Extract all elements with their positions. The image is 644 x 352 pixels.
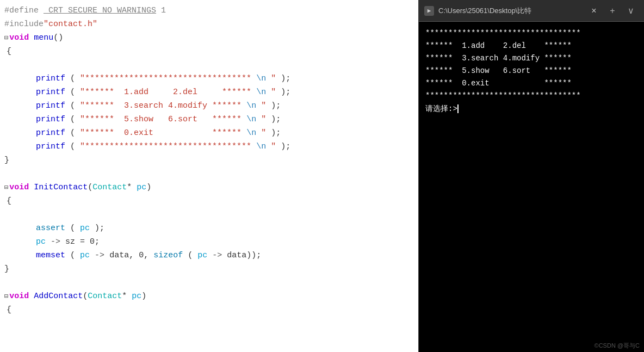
code-text: #define _CRT_SECURE_NO_WARNINGS 1 — [4, 4, 166, 17]
code-text: \n — [246, 128, 256, 138]
code-text: "****** 0.exit ****** — [80, 128, 242, 138]
code-text: "********************************** — [80, 142, 251, 151]
code-text: sz = 0; — [65, 237, 100, 246]
code-type: Contact — [88, 290, 122, 303]
code-text: ( — [70, 74, 75, 83]
code-text: printf — [36, 88, 65, 97]
code-text: " — [271, 88, 276, 97]
fold-marker[interactable]: ⊟ — [4, 33, 8, 44]
code-text: pc — [80, 251, 90, 260]
code-content: #define _CRT_SECURE_NO_WARNINGS 1 #inclu… — [0, 0, 418, 322]
code-text: { — [7, 195, 11, 208]
fold-marker[interactable]: ⊟ — [4, 292, 8, 302]
code-line: { — [0, 195, 418, 208]
code-line: #define _CRT_SECURE_NO_WARNINGS 1 — [0, 4, 418, 18]
code-text: " — [261, 115, 266, 124]
code-line: printf ( "******************************… — [0, 72, 418, 86]
terminal-add-button[interactable]: + — [605, 4, 620, 17]
terminal-output-line: ****** 3.search 4.modify ****** — [425, 52, 637, 65]
code-text: ( — [70, 224, 75, 233]
watermark: ©CSDN @哥与C — [595, 342, 640, 350]
code-text: printf — [36, 115, 65, 124]
code-text: sizeof — [153, 251, 183, 260]
code-line — [0, 276, 418, 290]
code-text: \n — [246, 101, 256, 110]
code-text: -> — [212, 251, 222, 260]
code-text: assert — [36, 224, 65, 233]
code-text: printf — [36, 74, 65, 83]
code-text: printf — [36, 142, 65, 151]
code-line: ⊟ void InitContact ( Contact * pc ) — [0, 181, 418, 195]
code-line — [0, 59, 418, 72]
terminal-prompt-line: 请选择:> — [425, 103, 637, 115]
code-line: printf ( "****** 1.add 2.del ****** \n "… — [0, 86, 418, 100]
code-text: " — [261, 101, 266, 110]
code-text: ) — [146, 181, 151, 194]
terminal-close-button[interactable]: × — [586, 4, 602, 17]
code-line: printf ( "****** 5.show 6.sort ****** \n… — [0, 113, 418, 127]
code-text: ); — [281, 74, 290, 83]
code-text: \n — [256, 88, 266, 97]
terminal-panel: ▶ C:\Users\25061\Desktop\比特 × + ∨ ******… — [418, 0, 644, 352]
terminal-output-line: ********************************** — [425, 27, 637, 40]
code-text: " — [271, 74, 276, 83]
code-line: { — [0, 45, 418, 59]
code-text: \n — [246, 115, 256, 124]
code-text: * — [127, 181, 137, 194]
fold-marker[interactable]: ⊟ — [4, 183, 8, 193]
code-text: ( — [83, 290, 88, 303]
code-text: #include"contact.h" — [4, 18, 97, 31]
code-line: memset ( pc -> data, 0, sizeof ( pc -> d… — [0, 249, 418, 263]
terminal-output-line: ****** 0.exit ****** — [425, 77, 637, 90]
terminal-output-line: ********************************** — [425, 90, 637, 102]
code-keyword: void — [9, 32, 29, 45]
terminal-controls: × + ∨ — [586, 4, 639, 17]
code-text: "****** 3.search 4.modify ****** — [80, 101, 242, 110]
code-function: AddContact — [34, 290, 83, 303]
code-text: { — [7, 45, 11, 58]
code-text: ); — [271, 101, 281, 110]
code-text: \n — [256, 74, 266, 83]
code-text: ( — [88, 181, 92, 194]
code-text: } — [4, 263, 9, 276]
code-line: { — [0, 304, 418, 317]
code-keyword: void — [9, 290, 29, 303]
code-param: pc — [137, 181, 146, 194]
code-text: { — [7, 304, 11, 317]
code-line: pc -> sz = 0; — [0, 236, 418, 249]
code-line: #include"contact.h" — [0, 18, 418, 32]
terminal-title: C:\Users\25061\Desktop\比特 — [438, 6, 582, 16]
code-text: pc — [80, 224, 90, 233]
code-text: ( — [70, 101, 75, 110]
terminal-output-line: ****** 1.add 2.del ****** — [425, 40, 637, 52]
code-text: -> — [51, 237, 60, 246]
code-text: data)); — [227, 251, 261, 260]
code-line: } — [0, 154, 418, 168]
code-text: printf — [36, 101, 65, 110]
code-text: ); — [95, 224, 104, 233]
code-text: ( — [70, 88, 75, 97]
code-text: * — [122, 290, 132, 303]
code-line: ⊟ void menu () — [0, 32, 418, 45]
code-text: ( — [70, 142, 75, 151]
code-type: Contact — [92, 181, 127, 194]
code-text: " — [261, 128, 266, 138]
code-text: \n — [256, 142, 266, 151]
code-text: ( — [70, 251, 75, 260]
code-text: ( — [188, 251, 193, 260]
code-text: ) — [141, 290, 146, 303]
code-function: InitContact — [34, 181, 88, 194]
code-param: pc — [132, 290, 141, 303]
code-function: menu — [34, 32, 53, 45]
code-line: printf ( "****** 3.search 4.modify *****… — [0, 100, 418, 113]
code-text: ( — [70, 128, 75, 138]
code-text: pc — [197, 251, 207, 260]
terminal-body: ********************************** *****… — [419, 22, 644, 352]
terminal-icon: ▶ — [424, 6, 434, 16]
terminal-chevron-button[interactable]: ∨ — [623, 4, 639, 17]
code-line: printf ( "****** 0.exit ****** \n " ); — [0, 127, 418, 140]
code-text: printf — [36, 128, 65, 138]
code-text: ); — [281, 88, 290, 97]
code-line: assert ( pc ); — [0, 222, 418, 236]
code-text: ); — [281, 142, 290, 151]
